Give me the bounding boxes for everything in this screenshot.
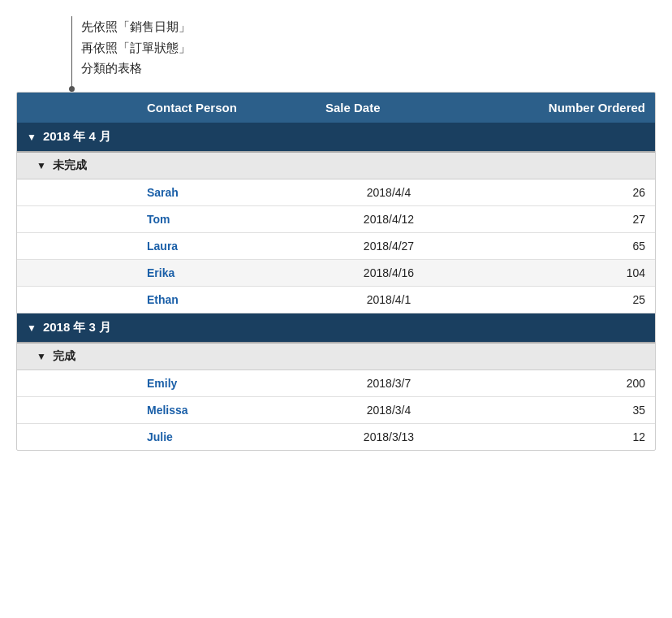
month-group-row: ▼2018 年 4 月 [17, 123, 655, 152]
header-date: Sale Date [316, 93, 462, 123]
month-group-row: ▼2018 年 3 月 [17, 313, 655, 343]
cell-indent [17, 232, 137, 259]
cell-number-ordered: 26 [462, 179, 655, 205]
table-container: Contact Person Sale Date Number Ordered … [16, 92, 656, 451]
cell-indent [17, 259, 137, 286]
cell-contact-name: Erika [137, 259, 316, 286]
cell-sale-date: 2018/4/16 [316, 259, 462, 286]
table-row: Julie 2018/3/13 12 [17, 423, 655, 450]
cell-number-ordered: 25 [462, 286, 655, 313]
header-empty [17, 93, 137, 123]
table-row: Laura 2018/4/27 65 [17, 232, 655, 259]
cell-indent [17, 423, 137, 450]
annotation-area: 先依照「銷售日期」 再依照「訂單狀態」 分類的表格 [16, 16, 656, 79]
cell-number-ordered: 12 [462, 423, 655, 450]
data-table: Contact Person Sale Date Number Ordered … [17, 93, 655, 450]
status-label: ▼完成 [17, 343, 655, 370]
cell-sale-date: 2018/4/4 [316, 179, 462, 205]
annotation-line-3: 分類的表格 [81, 58, 656, 79]
table-row: Melissa 2018/3/4 35 [17, 396, 655, 423]
cell-sale-date: 2018/4/27 [316, 232, 462, 259]
cell-sale-date: 2018/3/13 [316, 423, 462, 450]
month-label: ▼2018 年 4 月 [17, 123, 655, 152]
cell-indent [17, 396, 137, 423]
header-contact: Contact Person [137, 93, 316, 123]
annotation-line-1: 先依照「銷售日期」 [81, 16, 656, 37]
status-group-row: ▼完成 [17, 343, 655, 370]
cell-contact-name: Melissa [137, 396, 316, 423]
cell-indent [17, 205, 137, 232]
status-arrow-icon: ▼ [37, 160, 46, 171]
annotation-text: 先依照「銷售日期」 再依照「訂單狀態」 分類的表格 [81, 16, 656, 79]
cell-contact-name: Sarah [137, 179, 316, 205]
status-arrow-icon: ▼ [37, 351, 46, 362]
month-arrow-icon: ▼ [27, 322, 37, 334]
cell-sale-date: 2018/4/1 [316, 286, 462, 313]
month-arrow-icon: ▼ [27, 132, 37, 143]
cell-number-ordered: 200 [462, 370, 655, 396]
cell-sale-date: 2018/4/12 [316, 205, 462, 232]
status-group-row: ▼未完成 [17, 152, 655, 179]
table-row: Erika 2018/4/16 104 [17, 259, 655, 286]
cell-number-ordered: 104 [462, 259, 655, 286]
status-label: ▼未完成 [17, 152, 655, 179]
cell-number-ordered: 35 [462, 396, 655, 423]
table-row: Sarah 2018/4/4 26 [17, 179, 655, 205]
table-row: Emily 2018/3/7 200 [17, 370, 655, 396]
cell-indent [17, 286, 137, 313]
cell-contact-name: Tom [137, 205, 316, 232]
cell-contact-name: Laura [137, 232, 316, 259]
callout-line [71, 16, 72, 92]
cell-indent [17, 370, 137, 396]
table-row: Ethan 2018/4/1 25 [17, 286, 655, 313]
header-number: Number Ordered [462, 93, 655, 123]
cell-number-ordered: 65 [462, 232, 655, 259]
month-label: ▼2018 年 3 月 [17, 313, 655, 343]
cell-contact-name: Emily [137, 370, 316, 396]
cell-indent [17, 179, 137, 205]
cell-sale-date: 2018/3/7 [316, 370, 462, 396]
cell-contact-name: Ethan [137, 286, 316, 313]
cell-contact-name: Julie [137, 423, 316, 450]
table-row: Tom 2018/4/12 27 [17, 205, 655, 232]
cell-number-ordered: 27 [462, 205, 655, 232]
cell-sale-date: 2018/3/4 [316, 396, 462, 423]
table-header-row: Contact Person Sale Date Number Ordered [17, 93, 655, 123]
annotation-line-2: 再依照「訂單狀態」 [81, 37, 656, 58]
